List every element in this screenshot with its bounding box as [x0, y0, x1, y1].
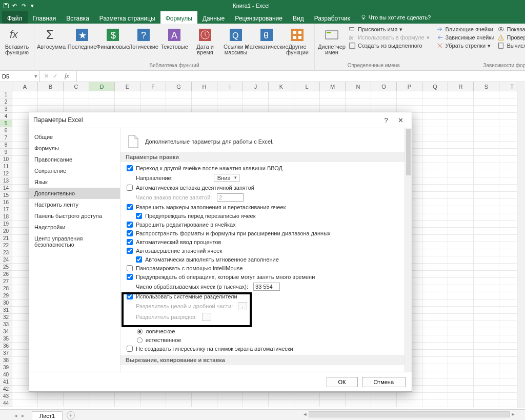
vertical-scrollbar[interactable]	[517, 82, 525, 408]
cell[interactable]	[115, 91, 140, 98]
row-header[interactable]: 4	[0, 113, 12, 120]
cell[interactable]	[448, 271, 474, 278]
row-header[interactable]: 17	[0, 206, 12, 213]
remove-arrows-button[interactable]: Убрать стрелки ▾	[436, 42, 495, 49]
col-header-P[interactable]: P	[397, 82, 422, 91]
row-header[interactable]: 9	[0, 149, 12, 156]
row-header[interactable]: 36	[0, 343, 12, 350]
cell[interactable]	[448, 91, 474, 98]
cell[interactable]	[320, 400, 346, 407]
col-header-C[interactable]: C	[64, 82, 89, 91]
cell[interactable]	[448, 206, 474, 213]
cell[interactable]	[422, 328, 448, 335]
cell[interactable]	[371, 400, 397, 407]
cell[interactable]	[422, 371, 448, 378]
row-header[interactable]: 7	[0, 134, 12, 142]
tell-me[interactable]: Что вы хотите сделать?	[360, 11, 431, 24]
row-header[interactable]: 14	[0, 185, 12, 192]
cell[interactable]	[422, 134, 448, 142]
cell[interactable]	[166, 91, 192, 98]
cell[interactable]	[12, 91, 38, 98]
tab-pagelayout[interactable]: Разметка страницы	[94, 11, 160, 24]
autosum-button[interactable]: ΣАвтосумма	[37, 25, 65, 50]
options-nav-item[interactable]: Правописание	[29, 154, 120, 165]
cell[interactable]	[474, 113, 499, 120]
cell[interactable]	[474, 177, 499, 185]
tab-review[interactable]: Рецензирование	[230, 11, 288, 24]
row-header[interactable]: 28	[0, 285, 12, 292]
trace-precedents-button[interactable]: Влияющие ячейки	[436, 26, 495, 33]
cell[interactable]	[448, 120, 474, 127]
cell[interactable]	[448, 307, 474, 314]
cell[interactable]	[448, 163, 474, 170]
row-header[interactable]: 19	[0, 221, 12, 228]
cell[interactable]	[346, 393, 371, 400]
cell[interactable]	[474, 242, 499, 249]
cell[interactable]	[140, 400, 166, 407]
cell[interactable]	[448, 400, 474, 407]
cell[interactable]	[474, 199, 499, 206]
cell[interactable]	[422, 350, 448, 357]
financial-button[interactable]: $Финансовые	[99, 25, 127, 50]
cell[interactable]	[397, 98, 422, 106]
opt-auto-percent[interactable]: Автоматический ввод процентов	[127, 239, 406, 245]
cell[interactable]	[422, 235, 448, 242]
cell[interactable]	[422, 127, 448, 134]
row-header[interactable]: 40	[0, 371, 12, 378]
row-header[interactable]: 2	[0, 98, 12, 106]
cell[interactable]	[422, 106, 448, 113]
cell[interactable]	[269, 400, 294, 407]
cell[interactable]	[474, 314, 499, 321]
col-header-S[interactable]: S	[474, 82, 499, 91]
cell[interactable]	[448, 314, 474, 321]
cell[interactable]	[474, 142, 499, 149]
row-header[interactable]: 30	[0, 299, 12, 307]
close-button[interactable]: ✕	[393, 116, 408, 124]
cell[interactable]	[448, 98, 474, 106]
cell[interactable]	[448, 321, 474, 328]
cell[interactable]	[294, 98, 320, 106]
cell[interactable]	[346, 98, 371, 106]
cell[interactable]	[422, 249, 448, 256]
cell[interactable]	[448, 285, 474, 292]
cell[interactable]	[166, 400, 192, 407]
row-header[interactable]: 22	[0, 242, 12, 249]
cell[interactable]	[243, 400, 269, 407]
horizontal-scrollbar[interactable]: ◂▸	[301, 408, 517, 420]
cell[interactable]	[474, 271, 499, 278]
row-header[interactable]: 3	[0, 106, 12, 113]
opt-fill-handle[interactable]: Разрешить маркеры заполнения и перетаски…	[127, 204, 406, 210]
opt-flash-fill[interactable]: Автоматически выполнять мгновенное запол…	[136, 256, 406, 263]
other-fn-button[interactable]: Другие функции	[284, 25, 311, 55]
cell[interactable]	[422, 242, 448, 249]
cell[interactable]	[474, 221, 499, 228]
cell[interactable]	[422, 228, 448, 235]
row-header[interactable]: 11	[0, 163, 12, 170]
cell[interactable]	[474, 357, 499, 364]
tab-view[interactable]: Вид	[288, 11, 309, 24]
math-button[interactable]: θМатематические	[253, 25, 280, 50]
cell[interactable]	[448, 357, 474, 364]
cell[interactable]	[474, 378, 499, 386]
cell[interactable]	[422, 170, 448, 177]
cell[interactable]	[12, 393, 38, 400]
options-nav-item[interactable]: Сохранение	[29, 165, 120, 176]
options-nav-item[interactable]: Формулы	[29, 143, 120, 154]
cell[interactable]	[474, 206, 499, 213]
cell[interactable]	[422, 357, 448, 364]
row-header[interactable]: 12	[0, 170, 12, 177]
cell[interactable]	[474, 91, 499, 98]
cell[interactable]	[474, 156, 499, 163]
cell[interactable]	[422, 98, 448, 106]
cell[interactable]	[422, 364, 448, 371]
eval-formula-button[interactable]: Вычислить формулу	[497, 42, 525, 49]
cell[interactable]	[422, 185, 448, 192]
cell[interactable]	[422, 256, 448, 264]
cell[interactable]	[64, 393, 89, 400]
cell[interactable]	[371, 91, 397, 98]
cell[interactable]	[269, 98, 294, 106]
cell[interactable]	[269, 91, 294, 98]
row-header[interactable]: 29	[0, 292, 12, 299]
opt-autocomplete[interactable]: Автозавершение значений ячеек	[127, 248, 406, 254]
col-header-I[interactable]: I	[217, 82, 243, 91]
